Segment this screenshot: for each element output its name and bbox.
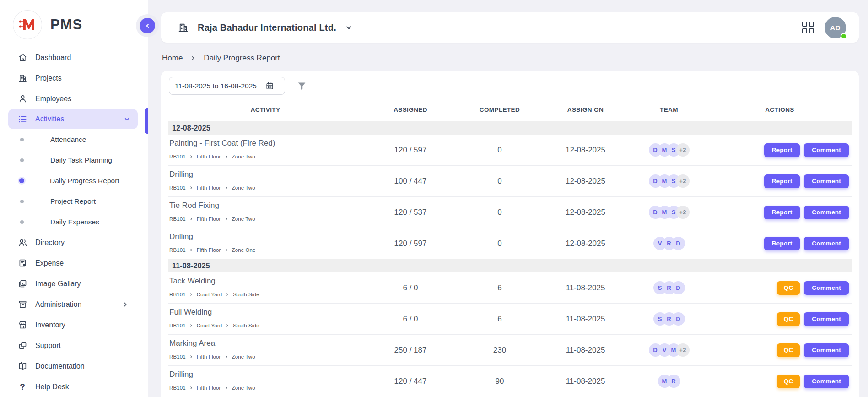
comment-button[interactable]: Comment bbox=[804, 237, 849, 250]
qc-button[interactable]: QC bbox=[777, 343, 800, 357]
location-segment: RB101 bbox=[169, 385, 186, 391]
actions-cell: ReportComment bbox=[708, 174, 852, 188]
column-header-actions: ACTIONS bbox=[708, 106, 852, 113]
qc-button[interactable]: QC bbox=[777, 312, 800, 326]
sidebar-item-label: Help Desk bbox=[35, 383, 69, 391]
sidebar-item-expense[interactable]: Expense bbox=[0, 253, 148, 273]
sidebar-item-daily-progress-report[interactable]: Daily Progress Report bbox=[0, 170, 148, 191]
report-button[interactable]: Report bbox=[764, 206, 800, 219]
location-segment: RB101 bbox=[169, 292, 186, 297]
assigned-cell: 100 / 447 bbox=[362, 177, 458, 186]
home-icon bbox=[17, 53, 27, 63]
sidebar-item-support[interactable]: Support bbox=[0, 335, 148, 356]
activity-title: Drilling bbox=[169, 370, 360, 379]
date-group-header: 12-08-2025 bbox=[168, 121, 852, 135]
copy-icon bbox=[17, 341, 27, 351]
breadcrumb: Home Daily Progress Report bbox=[162, 52, 280, 64]
chevron-right-icon bbox=[225, 248, 228, 252]
sidebar-item-daily-task-planning[interactable]: Daily Task Planning bbox=[0, 150, 148, 170]
comment-button[interactable]: Comment bbox=[804, 143, 849, 157]
table-row: DrillingRB101Fifth FloorZone One120 / 59… bbox=[168, 228, 852, 259]
sidebar-item-documentation[interactable]: Documentation bbox=[0, 356, 148, 376]
comment-button[interactable]: Comment bbox=[804, 174, 849, 188]
location-segment: RB101 bbox=[169, 154, 186, 159]
assigned-cell: 120 / 597 bbox=[362, 146, 458, 155]
logo-mark bbox=[13, 10, 42, 39]
breadcrumb-current: Daily Progress Report bbox=[204, 54, 280, 63]
filter-button[interactable] bbox=[297, 81, 307, 91]
sidebar-subitem-label: Daily Task Planning bbox=[50, 156, 112, 164]
report-button[interactable]: Report bbox=[764, 237, 800, 250]
user-menu[interactable]: AD bbox=[825, 17, 846, 38]
team-member-chip: D bbox=[672, 281, 685, 294]
activity-title: Tack Welding bbox=[169, 277, 360, 286]
sidebar-item-help-desk[interactable]: ? Help Desk bbox=[0, 376, 148, 397]
sidebar-item-projects[interactable]: Projects bbox=[0, 68, 148, 88]
qc-button[interactable]: QC bbox=[777, 281, 800, 295]
online-status-dot bbox=[841, 33, 847, 39]
activity-cell: Full WeldingRB101Court YardSouth Side bbox=[168, 308, 362, 330]
comment-button[interactable]: Comment bbox=[804, 343, 849, 357]
app-root: PMS Dashboard Projects bbox=[0, 0, 868, 397]
chevron-down-icon bbox=[345, 24, 353, 32]
assign-on-cell: 12-08-2025 bbox=[541, 239, 630, 248]
sidebar-item-inventory[interactable]: Inventory bbox=[0, 315, 148, 335]
chevron-left-icon bbox=[145, 23, 151, 29]
sidebar-item-attendance[interactable]: Attendance bbox=[0, 129, 148, 150]
bullet-icon bbox=[20, 200, 24, 203]
chevron-right-icon bbox=[226, 293, 229, 296]
location-segment: Court Yard bbox=[197, 292, 222, 297]
completed-cell: 0 bbox=[458, 239, 541, 248]
report-button[interactable]: Report bbox=[764, 143, 800, 157]
breadcrumb-home[interactable]: Home bbox=[162, 54, 183, 63]
sidebar-item-image-gallary[interactable]: Image Gallary bbox=[0, 273, 148, 294]
team-cell: VRD bbox=[630, 237, 708, 250]
activity-cell: Tie Rod FixingRB101Fifth FloorZone Two bbox=[168, 201, 362, 223]
comment-button[interactable]: Comment bbox=[804, 375, 849, 388]
team-more-chip: +2 bbox=[676, 143, 690, 157]
comment-button[interactable]: Comment bbox=[804, 206, 849, 219]
report-button[interactable]: Report bbox=[764, 174, 800, 188]
sidebar-item-directory[interactable]: Directory bbox=[0, 232, 148, 253]
location-segment: Zone Two bbox=[232, 154, 255, 159]
assigned-cell: 6 / 0 bbox=[362, 315, 458, 324]
sidebar-item-dashboard[interactable]: Dashboard bbox=[0, 47, 148, 68]
apps-grid-icon[interactable] bbox=[802, 22, 814, 34]
sidebar-item-daily-expenses[interactable]: Daily Expenses bbox=[0, 212, 148, 232]
column-header-activity: ACTIVITY bbox=[168, 106, 362, 113]
sidebar-collapse-button[interactable] bbox=[140, 18, 155, 33]
receipt-icon bbox=[17, 258, 27, 268]
chevron-right-icon bbox=[190, 55, 196, 61]
actions-cell: QCComment bbox=[708, 375, 852, 388]
team-cell: SRD bbox=[630, 281, 708, 294]
comment-button[interactable]: Comment bbox=[804, 281, 849, 295]
chevron-right-icon bbox=[225, 155, 228, 158]
sidebar-item-activities[interactable]: Activities bbox=[8, 109, 138, 129]
location-segment: South Side bbox=[233, 323, 259, 328]
sidebar-item-label: Directory bbox=[35, 239, 65, 247]
location-segment: Zone Two bbox=[232, 385, 255, 391]
bullet-icon bbox=[20, 138, 24, 141]
assigned-cell: 6 / 0 bbox=[362, 283, 458, 293]
location-segment: RB101 bbox=[169, 247, 186, 253]
assign-on-cell: 11-08-2025 bbox=[541, 283, 630, 293]
top-header: Raja Bahadur International Ltd. AD bbox=[161, 12, 859, 43]
date-range-value[interactable] bbox=[175, 82, 262, 90]
comment-button[interactable]: Comment bbox=[804, 312, 849, 326]
sidebar-item-administration[interactable]: Administration bbox=[0, 294, 148, 315]
location-segment: RB101 bbox=[169, 354, 186, 359]
sidebar-item-project-report[interactable]: Project Report bbox=[0, 191, 148, 212]
qc-button[interactable]: QC bbox=[777, 375, 800, 388]
sidebar-item-employees[interactable]: Employees bbox=[0, 88, 148, 109]
assign-on-cell: 11-08-2025 bbox=[541, 315, 630, 324]
building-icon bbox=[17, 73, 27, 83]
location-segment: Court Yard bbox=[197, 323, 222, 328]
column-header-team: TEAM bbox=[630, 106, 708, 113]
activity-title: Tie Rod Fixing bbox=[169, 201, 360, 210]
company-selector[interactable]: Raja Bahadur International Ltd. bbox=[178, 22, 353, 33]
table-row: Marking AreaRB101Fifth FloorZone Two250 … bbox=[168, 335, 852, 366]
activity-cell: DrillingRB101Fifth FloorZone Two bbox=[168, 370, 362, 392]
location-segment: Fifth Floor bbox=[197, 154, 221, 159]
assign-on-cell: 12-08-2025 bbox=[541, 177, 630, 186]
date-range-input[interactable] bbox=[169, 77, 285, 95]
